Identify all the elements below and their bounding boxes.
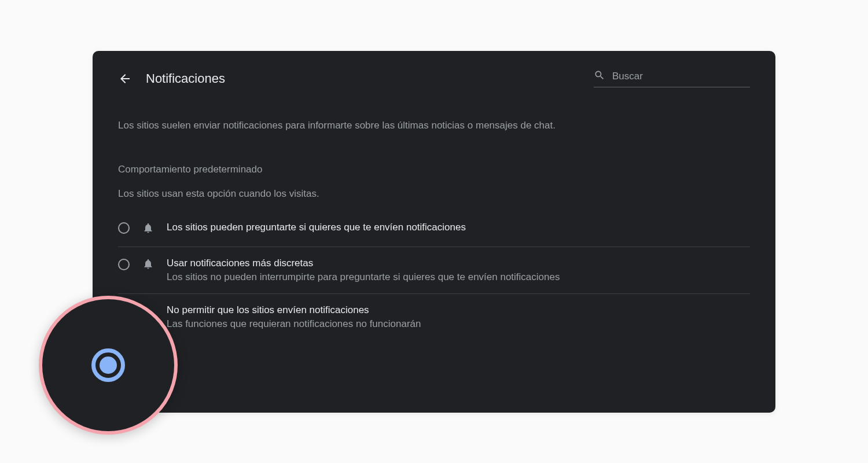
radio-selected-magnified-icon [91,348,125,382]
radio-unselected-icon[interactable] [118,222,130,234]
section-heading: Comportamiento predeterminado [118,164,750,175]
arrow-left-icon [118,72,132,86]
option-description: Las funciones que requieran notificacion… [167,318,750,330]
option-content: Usar notificaciones más discretas Los si… [167,258,750,283]
bell-icon [142,222,154,236]
intro-text: Los sitios suelen enviar notificaciones … [118,120,750,131]
search-icon [594,69,605,83]
settings-panel: Notificaciones Los sitios suelen enviar … [93,51,775,413]
search-input[interactable] [612,71,750,82]
option-block[interactable]: No permitir que los sitios envíen notifi… [118,294,750,340]
option-title: No permitir que los sitios envíen notifi… [167,304,750,316]
back-button[interactable] [118,72,132,86]
radio-unselected-icon[interactable] [118,258,130,270]
magnifier-highlight [39,296,178,435]
header-left: Notificaciones [118,71,225,86]
option-content: No permitir que los sitios envíen notifi… [167,304,750,330]
option-quieter[interactable]: Usar notificaciones más discretas Los si… [118,247,750,294]
bell-icon [142,258,154,272]
option-content: Los sitios pueden preguntarte si quieres… [167,222,750,233]
search-container[interactable] [594,69,750,87]
option-title: Usar notificaciones más discretas [167,258,750,269]
page-title: Notificaciones [146,71,225,86]
option-ask[interactable]: Los sitios pueden preguntarte si quieres… [118,211,750,247]
option-description: Los sitios no pueden interrumpirte para … [167,271,750,283]
panel-header: Notificaciones [118,69,750,87]
option-title: Los sitios pueden preguntarte si quieres… [167,222,750,233]
section-subtext: Los sitios usan esta opción cuando los v… [118,188,750,200]
